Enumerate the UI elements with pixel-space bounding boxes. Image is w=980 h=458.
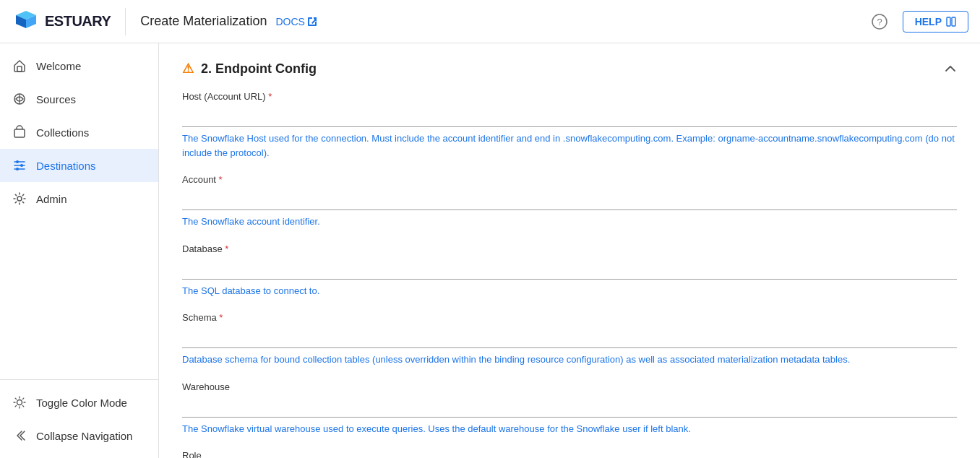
sources-icon: [12, 91, 27, 107]
collapse-section-button[interactable]: [944, 62, 957, 75]
field-host-hint: The Snowflake Host used for the connecti…: [182, 131, 957, 160]
svg-point-13: [20, 164, 23, 167]
logo-area: ESTUARY: [12, 8, 126, 35]
header: ESTUARY Create Materialization DOCS ? HE…: [0, 0, 980, 43]
sidebar-bottom: Toggle Color Mode Collapse Navigation: [0, 379, 158, 452]
brand-name: ESTUARY: [45, 13, 111, 30]
section-title: ⚠ 2. Endpoint Config: [182, 61, 317, 77]
sidebar-item-collections[interactable]: Collections: [0, 116, 158, 149]
docs-link[interactable]: DOCS: [275, 16, 317, 27]
svg-point-12: [16, 160, 19, 163]
field-role-label: Role: [182, 450, 957, 458]
field-database-label: Database *: [182, 243, 957, 254]
sidebar: Welcome Sources Collections: [0, 43, 159, 458]
admin-icon: [12, 191, 27, 207]
field-account-hint: The Snowflake account identifier.: [182, 215, 957, 229]
svg-rect-6: [947, 17, 950, 26]
field-account: Account * The Snowflake account identifi…: [182, 174, 957, 229]
field-warehouse: Warehouse The Snowflake virtual warehous…: [182, 381, 957, 436]
svg-point-16: [17, 400, 22, 405]
destinations-icon: [12, 157, 27, 173]
field-schema: Schema * Database schema for bound colle…: [182, 312, 957, 367]
estuary-logo: [12, 8, 39, 35]
warehouse-input[interactable]: [182, 397, 957, 418]
field-database-hint: The SQL database to connect to.: [182, 284, 957, 298]
sidebar-item-welcome[interactable]: Welcome: [0, 49, 158, 82]
collapse-navigation[interactable]: Collapse Navigation: [0, 419, 158, 452]
field-schema-hint: Database schema for bound collection tab…: [182, 353, 957, 367]
help-circle-button[interactable]: ?: [868, 10, 891, 33]
database-input[interactable]: [182, 259, 957, 280]
sidebar-item-destinations[interactable]: Destinations: [0, 149, 158, 182]
account-input[interactable]: [182, 189, 957, 210]
svg-rect-11: [14, 129, 25, 137]
section-header: ⚠ 2. Endpoint Config: [182, 61, 957, 77]
warning-icon: ⚠: [182, 61, 194, 77]
help-panel-icon: [946, 17, 956, 27]
page-title: Create Materialization: [140, 14, 267, 29]
collections-icon: [12, 124, 27, 140]
field-schema-label: Schema *: [182, 312, 957, 323]
chevron-up-icon: [944, 62, 957, 75]
layout: Welcome Sources Collections: [0, 43, 980, 458]
help-button[interactable]: HELP: [903, 11, 968, 33]
field-warehouse-label: Warehouse: [182, 381, 957, 392]
field-account-label: Account *: [182, 174, 957, 185]
field-database: Database * The SQL database to connect t…: [182, 243, 957, 298]
svg-rect-7: [952, 17, 955, 26]
svg-text:?: ?: [877, 17, 882, 27]
collapse-icon: [12, 428, 27, 444]
sidebar-item-sources[interactable]: Sources: [0, 82, 158, 116]
main-content: ⚠ 2. Endpoint Config Host (Account URL) …: [159, 43, 980, 458]
toggle-color-mode[interactable]: Toggle Color Mode: [0, 386, 158, 419]
field-host: Host (Account URL) * The Snowflake Host …: [182, 91, 957, 160]
svg-point-14: [16, 168, 19, 170]
external-link-icon: [308, 17, 317, 26]
schema-input[interactable]: [182, 327, 957, 348]
svg-rect-8: [17, 66, 22, 72]
svg-point-15: [17, 196, 22, 201]
question-mark-icon: ?: [872, 14, 887, 30]
sun-icon: [12, 394, 27, 410]
field-host-label: Host (Account URL) *: [182, 91, 957, 102]
sidebar-item-admin[interactable]: Admin: [0, 182, 158, 215]
field-warehouse-hint: The Snowflake virtual warehouse used to …: [182, 422, 957, 436]
host-input[interactable]: [182, 106, 957, 127]
field-role: Role The user role used to perform actio…: [182, 450, 957, 458]
home-icon: [12, 58, 27, 74]
